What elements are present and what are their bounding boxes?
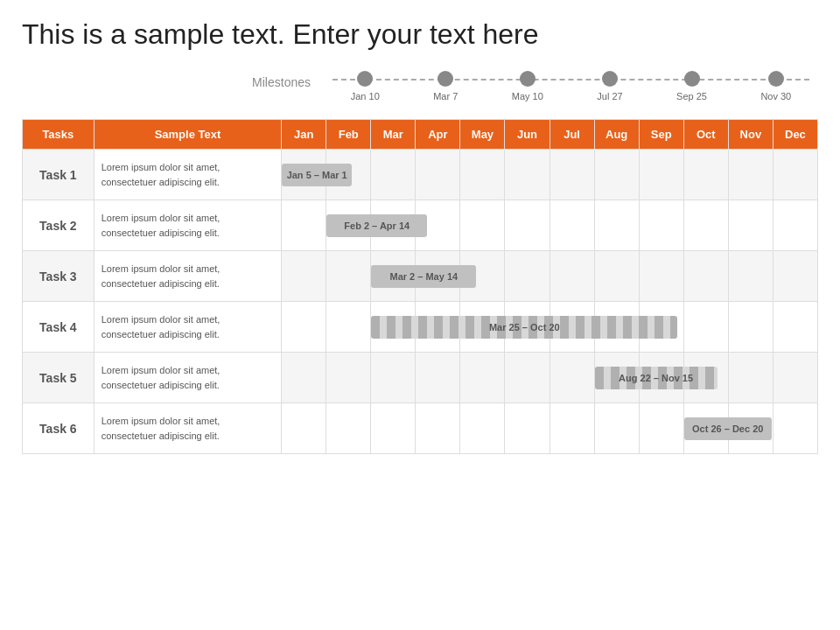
month-cell-1-2 xyxy=(371,150,416,200)
month-cell-1-11 xyxy=(773,150,817,200)
month-cell-2-8 xyxy=(639,200,683,251)
milestones-label: Milestones xyxy=(22,66,324,89)
task-name-6: Task 6 xyxy=(23,403,94,454)
month-cell-5-10 xyxy=(728,353,773,403)
task-desc-4: Lorem ipsum dolor sit amet,consectetuer … xyxy=(94,302,281,353)
month-cell-3-2: Mar 2 – May 14 xyxy=(371,251,416,302)
month-cell-5-7: Aug 22 – Nov 15 xyxy=(594,353,639,403)
header-jul: Jul xyxy=(550,120,594,150)
task-row-4: Task 4Lorem ipsum dolor sit amet,consect… xyxy=(23,302,818,353)
month-cell-2-0 xyxy=(282,200,326,251)
month-cell-6-8 xyxy=(639,403,683,454)
month-cell-5-2 xyxy=(371,353,416,403)
milestone-dots-row: Jan 10 Mar 7 May 10 Jul 27 Sep 25 xyxy=(324,71,818,102)
month-cell-6-4 xyxy=(460,403,505,454)
milestone-dot-6 xyxy=(768,71,784,87)
month-cell-4-0 xyxy=(282,302,326,353)
milestones-section: Milestones Jan 10 Mar 7 May 10 Jul xyxy=(22,66,818,119)
task-bar-6: Oct 26 – Dec 20 xyxy=(684,417,772,440)
month-cell-5-0 xyxy=(282,353,326,403)
task-name-4: Task 4 xyxy=(23,302,94,353)
task-bar-4: Mar 25 – Oct 20 xyxy=(371,316,677,339)
month-cell-4-1 xyxy=(326,302,371,353)
task-row-2: Task 2Lorem ipsum dolor sit amet,consect… xyxy=(23,200,818,251)
task-bar-1: Jan 5 – Mar 1 xyxy=(282,164,352,186)
task-desc-2: Lorem ipsum dolor sit amet,consectetuer … xyxy=(94,200,281,251)
month-cell-1-0: Jan 5 – Mar 1 xyxy=(282,150,326,200)
month-cell-2-10 xyxy=(728,200,773,251)
milestones-track: Jan 10 Mar 7 May 10 Jul 27 Sep 25 xyxy=(324,66,818,115)
month-cell-3-1 xyxy=(326,251,371,302)
task-desc-1: Lorem ipsum dolor sit amet,consectetuer … xyxy=(94,150,281,200)
month-cell-1-6 xyxy=(550,150,594,200)
month-cell-1-7 xyxy=(594,150,639,200)
month-cell-1-5 xyxy=(505,150,550,200)
milestone-2: Mar 7 xyxy=(433,71,458,102)
task-desc-5: Lorem ipsum dolor sit amet,consectetuer … xyxy=(94,353,281,403)
month-cell-2-5 xyxy=(505,200,550,251)
month-cell-6-1 xyxy=(326,403,371,454)
month-cell-5-6 xyxy=(550,353,594,403)
month-cell-2-11 xyxy=(773,200,817,251)
month-cell-6-9: Oct 26 – Dec 20 xyxy=(683,403,728,454)
task-name-1: Task 1 xyxy=(23,150,94,200)
header-may: May xyxy=(460,120,505,150)
task-name-5: Task 5 xyxy=(23,353,94,403)
month-cell-5-3 xyxy=(416,353,460,403)
milestone-label-1: Jan 10 xyxy=(351,91,380,102)
month-cell-6-5 xyxy=(505,403,550,454)
header-jan: Jan xyxy=(282,120,326,150)
milestone-dot-2 xyxy=(438,71,453,87)
month-cell-6-3 xyxy=(416,403,460,454)
milestone-dot-1 xyxy=(357,71,373,87)
month-cell-6-7 xyxy=(594,403,639,454)
milestone-1: Jan 10 xyxy=(351,71,380,102)
task-desc-6: Lorem ipsum dolor sit amet,consectetuer … xyxy=(94,403,281,454)
month-cell-3-9 xyxy=(683,251,728,302)
month-cell-4-10 xyxy=(728,302,773,353)
header-feb: Feb xyxy=(326,120,371,150)
month-cell-5-11 xyxy=(773,353,817,403)
month-cell-1-4 xyxy=(460,150,505,200)
task-bar-5: Aug 22 – Nov 15 xyxy=(595,367,718,389)
header-tasks: Tasks xyxy=(23,120,94,150)
month-cell-4-9 xyxy=(683,302,728,353)
month-cell-2-6 xyxy=(550,200,594,251)
month-cell-3-10 xyxy=(728,251,773,302)
task-row-3: Task 3Lorem ipsum dolor sit amet,consect… xyxy=(23,251,818,302)
task-name-3: Task 3 xyxy=(23,251,94,302)
task-bar-label-5: Aug 22 – Nov 15 xyxy=(619,373,693,383)
header-nov: Nov xyxy=(728,120,773,150)
task-bar-label-6: Oct 26 – Dec 20 xyxy=(692,424,763,434)
milestone-label-2: Mar 7 xyxy=(433,91,458,102)
milestone-4: Jul 27 xyxy=(597,71,622,102)
month-cell-2-7 xyxy=(594,200,639,251)
month-cell-3-8 xyxy=(639,251,683,302)
task-bar-3: Mar 2 – May 14 xyxy=(371,265,476,288)
month-cell-6-6 xyxy=(550,403,594,454)
header-apr: Apr xyxy=(416,120,460,150)
task-bar-label-4: Mar 25 – Oct 20 xyxy=(489,322,560,332)
month-cell-1-10 xyxy=(728,150,773,200)
month-cell-3-7 xyxy=(594,251,639,302)
task-row-6: Task 6Lorem ipsum dolor sit amet,consect… xyxy=(23,403,818,454)
milestone-label-5: Sep 25 xyxy=(676,91,707,102)
page-title: This is a sample text. Enter your text h… xyxy=(22,18,818,51)
gantt-table: Tasks Sample Text Jan Feb Mar Apr May Ju… xyxy=(22,119,818,454)
month-cell-5-4 xyxy=(460,353,505,403)
month-cell-4-2: Mar 25 – Oct 20 xyxy=(371,302,416,353)
header-dec: Dec xyxy=(773,120,817,150)
month-cell-4-11 xyxy=(773,302,817,353)
header-sample-text: Sample Text xyxy=(94,120,281,150)
task-bar-label-1: Jan 5 – Mar 1 xyxy=(287,170,347,180)
task-bar-label-3: Mar 2 – May 14 xyxy=(389,271,458,282)
month-cell-5-5 xyxy=(505,353,550,403)
task-row-1: Task 1Lorem ipsum dolor sit amet,consect… xyxy=(23,150,818,200)
month-cell-3-0 xyxy=(282,251,326,302)
month-cell-6-11 xyxy=(773,403,817,454)
milestone-label-4: Jul 27 xyxy=(597,91,622,102)
month-cell-3-5 xyxy=(505,251,550,302)
month-cell-2-1: Feb 2 – Apr 14 xyxy=(326,200,371,251)
header-aug: Aug xyxy=(594,120,639,150)
month-cell-3-6 xyxy=(550,251,594,302)
